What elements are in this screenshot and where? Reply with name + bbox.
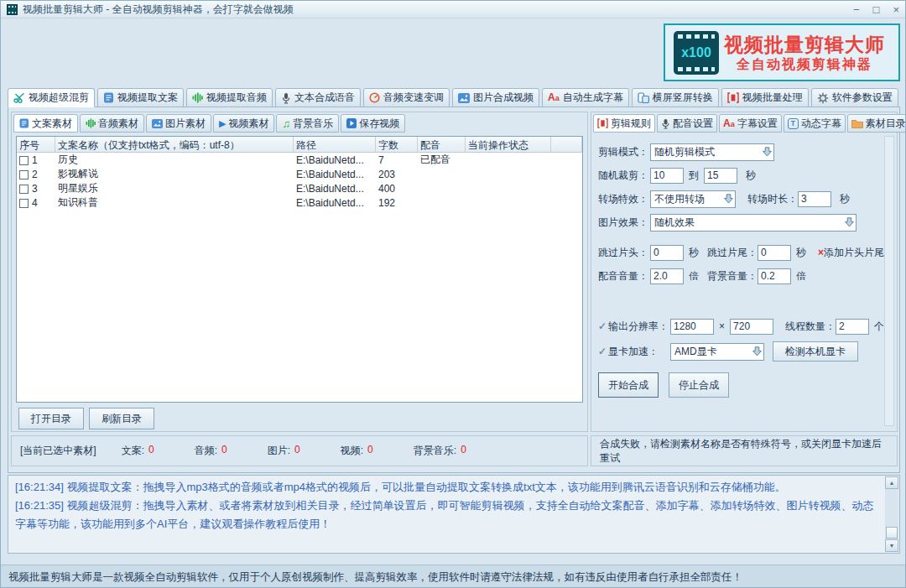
gpu-select[interactable]: AMD显卡 [670, 343, 764, 361]
gpu-value: AMD显卡 [674, 345, 752, 359]
close-button[interactable]: × [893, 4, 899, 15]
table-row[interactable]: 4 知识科普 E:\BaiduNetd... 192 [17, 195, 582, 210]
row-checkbox[interactable] [19, 170, 29, 180]
tab-subtitle-settings[interactable]: Aa 字幕设置 [719, 114, 782, 133]
check-icon[interactable]: ✓ [598, 320, 607, 332]
brand-text: 视频批量剪辑大师 全自动视频剪辑神器 [719, 34, 890, 72]
rules-scrollbar[interactable] [884, 136, 894, 426]
skip-tail-input[interactable] [758, 245, 791, 261]
resolution-width-input[interactable] [670, 319, 714, 335]
tab-label: 图片合成视频 [473, 91, 534, 105]
image-icon [152, 119, 163, 128]
count-value: 0 [367, 444, 373, 458]
count-value: 0 [148, 444, 154, 458]
threads-input[interactable] [836, 319, 869, 335]
dub-volume-input[interactable] [650, 268, 684, 284]
transition-duration-input[interactable] [798, 191, 831, 207]
tab-text-to-speech[interactable]: 文本合成语音 [275, 88, 361, 107]
image-effect-select[interactable]: 随机效果 [650, 214, 857, 232]
detect-gpu-button[interactable]: 检测本机显卡 [773, 341, 858, 362]
scroll-up-button[interactable]: ▲ [885, 476, 898, 489]
log-scrollbar[interactable]: ▲ ▼ [885, 476, 898, 552]
tab-batch-process[interactable]: 视频批量处理 [721, 88, 809, 107]
row-words: 400 [376, 183, 418, 195]
count-value: 0 [221, 444, 227, 458]
tab-dub-settings[interactable]: 配音设置 [657, 114, 717, 133]
transition-select[interactable]: 不使用转场 [650, 190, 736, 208]
tab-auto-subtitles[interactable]: Aa 自动生成字幕 [542, 88, 629, 107]
cut-from-input[interactable] [650, 168, 684, 184]
col-dub[interactable]: 配音 [418, 137, 466, 152]
scroll-thumb[interactable] [886, 527, 898, 539]
stop-compose-button[interactable]: 停止合成 [669, 372, 729, 398]
count-label: 文案: [122, 444, 144, 458]
microphone-icon [281, 92, 291, 104]
row-checkbox[interactable] [19, 199, 29, 208]
col-path[interactable]: 路径 [294, 137, 376, 152]
tab-label: 文本合成语音 [294, 91, 355, 105]
tab-dynamic-subtitle[interactable]: T 动态字幕 [784, 114, 846, 133]
table-row[interactable]: 1 历史 E:\BaiduNetd... 7 已配音 [17, 153, 582, 167]
skip-head-input[interactable] [650, 245, 684, 261]
badge-text: x100 [681, 45, 711, 60]
brand-subtitle: 全自动视频剪辑神器 [719, 56, 890, 72]
tab-video-super-mix[interactable]: 视频超级混剪 [8, 88, 95, 107]
table-row[interactable]: 3 明星娱乐 E:\BaiduNetd... 400 [17, 181, 582, 195]
count-label: 背景音乐: [414, 444, 456, 458]
selected-audio-count: 音频:0 [195, 444, 227, 458]
add-intro-outro-toggle[interactable]: ×添加片头片尾 [818, 246, 884, 260]
row-name: 历史 [55, 153, 294, 167]
tab-extract-audio[interactable]: 视频提取音频 [186, 88, 273, 107]
edit-mode-select[interactable]: 随机剪辑模式 [650, 143, 774, 161]
tab-image-material[interactable]: 图片素材 [146, 114, 211, 133]
brand-banner: x100 视频批量剪辑大师 全自动视频剪辑神器 [664, 23, 900, 81]
tab-material-directory[interactable]: 素材目录 [847, 114, 906, 133]
row-checkbox[interactable] [19, 185, 29, 194]
check-icon[interactable]: ✓ [598, 346, 607, 357]
tab-label: 音频变速变调 [383, 91, 444, 105]
resolution-height-input[interactable] [730, 319, 773, 335]
col-words[interactable]: 字数 [376, 137, 418, 152]
play-icon: ▶ [219, 118, 226, 129]
tab-label: 配音设置 [673, 117, 713, 131]
chevron-down-icon [752, 346, 762, 356]
subtitle-aa-icon: Aa [548, 92, 560, 103]
film-badge-icon: x100 [674, 31, 719, 75]
open-directory-button[interactable]: 打开目录 [18, 408, 84, 429]
x-mark-icon: × [818, 247, 824, 258]
tab-audio-speed-pitch[interactable]: 音频变速变调 [363, 88, 450, 107]
col-index[interactable]: 序号 [17, 137, 55, 152]
tab-settings[interactable]: 软件参数设置 [811, 88, 898, 107]
tab-image-to-video[interactable]: 图片合成视频 [452, 88, 539, 107]
tab-audio-material[interactable]: 音频素材 [80, 114, 144, 133]
tab-orientation-convert[interactable]: 横屏竖屏转换 [632, 88, 719, 107]
tab-background-music[interactable]: ♫ 背景音乐 [276, 114, 339, 133]
tab-video-material[interactable]: ▶ 视频素材 [213, 114, 274, 133]
seconds-label: 秒 [746, 169, 756, 183]
start-compose-button[interactable]: 开始合成 [598, 372, 659, 398]
tab-edit-rules[interactable]: 剪辑规则 [593, 114, 655, 133]
random-cut-label: 随机裁剪： [598, 169, 650, 183]
row-checkbox[interactable] [19, 156, 29, 165]
maximize-button[interactable]: □ [873, 4, 880, 15]
tab-extract-text[interactable]: 视频提取文案 [97, 88, 184, 107]
compose-status-box: 合成失败，请检测素材名称是否有特殊符号，或关闭显卡加速后重试 [591, 435, 898, 466]
cut-to-input[interactable] [704, 168, 737, 184]
col-name[interactable]: 文案名称（仅支持txt格式，编码：utf-8） [55, 137, 294, 152]
resolution-row: ✓ 输出分辨率： × 线程数量： 个 [598, 317, 884, 336]
minimize-button[interactable]: − [853, 4, 860, 15]
tab-save-video[interactable]: 保存视频 [341, 114, 405, 133]
scroll-down-button[interactable]: ▼ [885, 539, 898, 552]
row-name: 影视解说 [55, 167, 294, 181]
table-row[interactable]: 2 影视解说 E:\BaiduNetd... 203 [17, 167, 582, 181]
rotate-screen-icon [638, 92, 649, 103]
row-words: 203 [376, 169, 418, 180]
main-tab-bar: 视频超级混剪 视频提取文案 视频提取音频 文本合成语音 音频变速变调 图片合成视… [8, 88, 898, 107]
to-label: 到 [689, 169, 699, 183]
tab-text-material[interactable]: 文案素材 [13, 114, 78, 133]
add-intro-outro-label: 添加片头片尾 [824, 247, 884, 258]
folder-icon [851, 119, 863, 128]
refresh-directory-button[interactable]: 刷新目录 [89, 408, 154, 429]
bgm-volume-input[interactable] [758, 268, 791, 284]
col-status[interactable]: 当前操作状态 [466, 137, 551, 152]
